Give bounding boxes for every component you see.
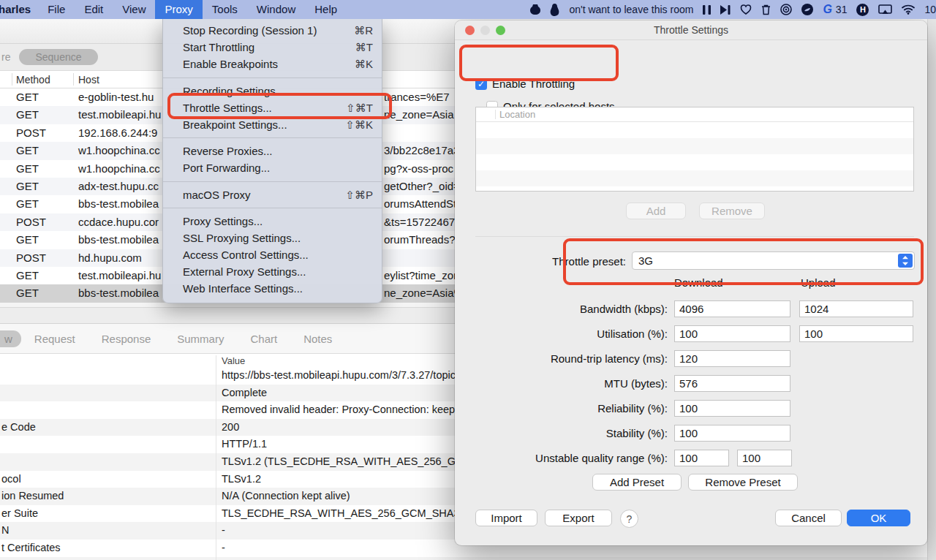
menu-separator [163, 137, 382, 138]
menu-item[interactable]: Web Interface Settings... [163, 280, 382, 297]
throttle-field-row: Bandwidth (kbps): [455, 300, 927, 317]
add-preset-button[interactable]: Add Preset [592, 474, 682, 491]
throttle-preset-select[interactable]: 3G [632, 251, 915, 270]
menu-item[interactable]: Access Control Settings... [163, 246, 382, 263]
bird-icon[interactable] [801, 4, 813, 15]
request-host: w1.hoopchina.cc [78, 142, 160, 159]
menu-item[interactable]: Stop Recording (Session 1)⌘R [163, 22, 382, 39]
menu-bar: harles FileEditViewProxyToolsWindowHelp … [0, 0, 936, 19]
trash-icon[interactable] [761, 4, 771, 15]
request-method: POST [16, 213, 46, 231]
throttle-field-row: Reliability (%): [455, 400, 927, 417]
detail-value: 200 [222, 419, 239, 436]
upload-input[interactable] [799, 325, 913, 342]
help-button[interactable]: ? [620, 510, 638, 528]
menubar-item[interactable]: View [113, 0, 155, 19]
jug-icon[interactable] [530, 4, 540, 15]
detail-label: e Code [1, 419, 36, 436]
g-logo-icon[interactable]: G [823, 3, 831, 16]
request-method: GET [16, 231, 39, 249]
download-input[interactable] [674, 325, 790, 342]
download-input[interactable] [674, 450, 729, 466]
tab-structure-fragment[interactable]: re [1, 51, 10, 63]
heart-icon[interactable] [740, 4, 752, 15]
battery-fragment: 10 [924, 4, 936, 15]
menu-item[interactable]: Start Throttling⌘T [163, 39, 382, 56]
request-method: GET [16, 160, 39, 178]
detail-value: TLS_ECDHE_RSA_WITH_AES_256_GCM_SHA384 [222, 505, 472, 523]
display-mirror-icon[interactable] [878, 4, 892, 15]
cancel-button[interactable]: Cancel [775, 510, 842, 526]
menu-item[interactable]: Recording Settings... [163, 83, 382, 99]
app-menu-charles[interactable]: harles [0, 0, 38, 19]
download-input[interactable] [674, 400, 790, 417]
menu-item[interactable]: Proxy Settings... [163, 213, 382, 230]
menu-item[interactable]: Breakpoint Settings...⇧⌘K [163, 116, 382, 133]
ok-button[interactable]: OK [847, 510, 910, 526]
menu-item[interactable]: Enable Breakpoints⌘K [163, 56, 382, 72]
location-row-empty [476, 154, 913, 170]
menu-item[interactable]: Throttle Settings...⇧⌘T [163, 99, 382, 116]
column-header-host[interactable]: Host [78, 74, 99, 86]
menu-shortcut: ⌘T [355, 39, 373, 56]
location-row-empty [476, 186, 913, 203]
detail-tab[interactable]: Request [34, 333, 75, 345]
menu-item[interactable]: External Proxy Settings... [163, 263, 382, 280]
request-path-fragment: orumsAttendSt [384, 195, 456, 213]
upload-column-header: Upload [801, 276, 836, 289]
upload-input[interactable] [737, 450, 792, 466]
download-input[interactable] [674, 375, 790, 392]
detail-tab[interactable]: Notes [303, 333, 332, 345]
add-host-button[interactable]: Add [626, 203, 686, 219]
target-icon[interactable] [780, 4, 792, 15]
menu-item[interactable]: SSL Proxying Settings... [163, 230, 382, 246]
pause-icon[interactable] [703, 5, 711, 15]
remove-preset-button[interactable]: Remove Preset [688, 474, 798, 491]
upload-input[interactable] [799, 300, 913, 317]
export-button[interactable]: Export [545, 510, 612, 526]
request-host: bbs-test.mobilea [78, 195, 159, 213]
throttle-field-row: MTU (bytes): [455, 375, 927, 392]
wifi-icon[interactable] [902, 4, 915, 15]
import-button[interactable]: Import [475, 510, 537, 526]
menubar-item[interactable]: Window [247, 0, 305, 19]
detail-tab[interactable]: Chart [250, 333, 277, 345]
download-input[interactable] [674, 350, 790, 367]
h-circle-icon[interactable]: H [856, 4, 869, 16]
menu-separator [163, 208, 382, 208]
penguin-icon[interactable] [550, 4, 559, 16]
menu-item[interactable]: macOS Proxy⇧⌘P [163, 186, 382, 203]
dialog-titlebar[interactable]: Throttle Settings [455, 20, 927, 40]
detail-label: N [1, 522, 9, 540]
throttle-field-row: Utilisation (%): [455, 325, 927, 342]
menu-item[interactable]: Port Forwarding... [163, 159, 382, 176]
menubar-item[interactable]: Proxy [155, 0, 202, 19]
request-method: GET [16, 88, 39, 106]
menubar-item[interactable]: Tools [203, 0, 247, 19]
column-header-method[interactable]: Method [16, 74, 50, 86]
request-method: POST [16, 249, 46, 267]
tab-sequence[interactable]: Sequence [19, 49, 97, 65]
menubar-item[interactable]: Help [305, 0, 347, 19]
menubar-item[interactable]: Edit [75, 0, 113, 19]
download-input[interactable] [674, 425, 790, 442]
field-label: Stability (%): [455, 427, 668, 439]
next-track-icon[interactable] [720, 5, 731, 15]
request-path-fragment: eylist?time_zon [384, 267, 459, 284]
download-input[interactable] [674, 300, 790, 317]
detail-label: ion Resumed [1, 488, 64, 505]
throttle-preset-label: Throttle preset: [455, 255, 626, 268]
remove-host-button[interactable]: Remove [699, 203, 765, 219]
detail-tab[interactable]: Response [102, 333, 151, 345]
hosts-location-table[interactable]: Location [475, 107, 914, 192]
detail-row[interactable]: Certificat 2 [0, 557, 936, 560]
request-host: test.mobileapi.hu [78, 106, 161, 124]
menubar-item[interactable]: File [38, 0, 75, 19]
enable-throttling-checkbox[interactable]: ✓ [475, 78, 487, 90]
detail-tab[interactable]: Summary [177, 333, 224, 345]
menu-shortcut: ⌘K [355, 56, 373, 72]
menu-item[interactable]: Reverse Proxies... [163, 143, 382, 159]
tab-overview-fragment[interactable]: w [0, 330, 21, 347]
throttle-field-row: Stability (%): [455, 425, 927, 442]
request-host: adx-test.hupu.cc [78, 178, 159, 195]
